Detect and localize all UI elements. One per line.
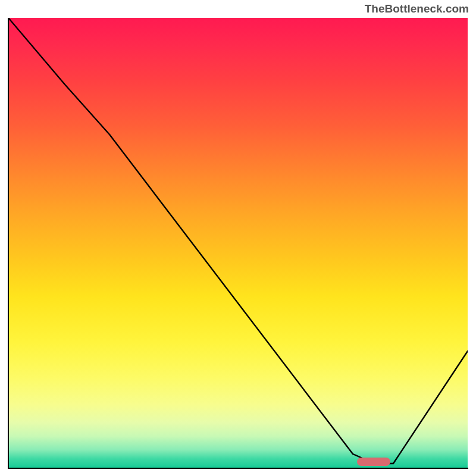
y-axis (8, 18, 9, 469)
watermark-text: TheBottleneck.com (365, 2, 469, 15)
plot-area (8, 18, 468, 468)
curve-svg (8, 18, 468, 468)
optimal-marker (357, 458, 390, 466)
x-axis (8, 468, 468, 469)
bottleneck-curve (8, 18, 468, 464)
